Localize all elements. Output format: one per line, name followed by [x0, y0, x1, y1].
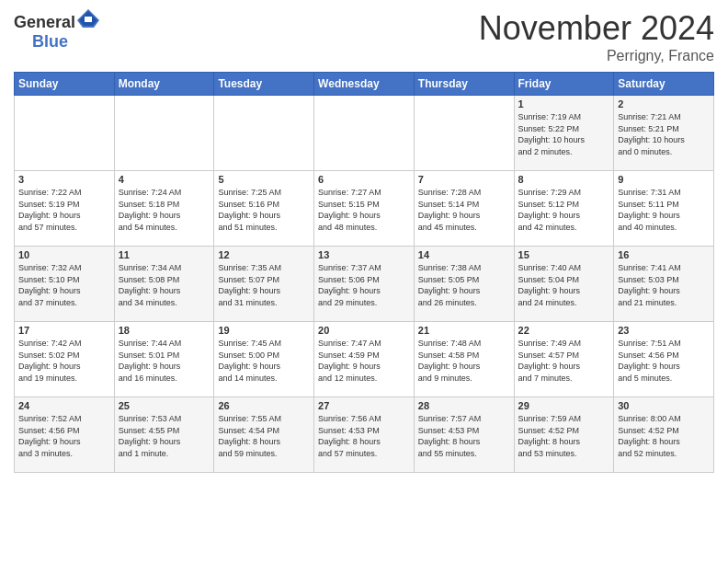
- day-info: Sunrise: 7:19 AM Sunset: 5:22 PM Dayligh…: [518, 111, 610, 157]
- day-number: 29: [518, 400, 610, 411]
- day-info: Sunrise: 7:24 AM Sunset: 5:18 PM Dayligh…: [119, 187, 210, 233]
- day-info: Sunrise: 7:38 AM Sunset: 5:05 PM Dayligh…: [418, 262, 510, 308]
- day-number: 27: [318, 400, 410, 411]
- day-info: Sunrise: 7:59 AM Sunset: 4:52 PM Dayligh…: [518, 413, 610, 459]
- day-number: 15: [518, 249, 610, 260]
- day-info: Sunrise: 7:49 AM Sunset: 4:57 PM Dayligh…: [518, 338, 610, 384]
- calendar-cell: 13Sunrise: 7:37 AM Sunset: 5:06 PM Dayli…: [314, 247, 415, 322]
- logo-text-blue: Blue: [32, 32, 68, 51]
- day-number: 1: [518, 98, 610, 109]
- calendar-cell: [314, 96, 415, 171]
- day-info: Sunrise: 8:00 AM Sunset: 4:52 PM Dayligh…: [618, 413, 710, 459]
- day-number: 14: [418, 249, 510, 260]
- calendar-cell: 23Sunrise: 7:51 AM Sunset: 4:56 PM Dayli…: [614, 322, 714, 397]
- calendar-cell: 6Sunrise: 7:27 AM Sunset: 5:15 PM Daylig…: [314, 171, 415, 247]
- week-row-5: 24Sunrise: 7:52 AM Sunset: 4:56 PM Dayli…: [15, 397, 714, 473]
- day-number: 17: [18, 325, 110, 336]
- day-info: Sunrise: 7:27 AM Sunset: 5:15 PM Dayligh…: [318, 187, 410, 233]
- calendar-cell: 17Sunrise: 7:42 AM Sunset: 5:02 PM Dayli…: [15, 322, 115, 397]
- day-number: 6: [318, 174, 410, 185]
- day-number: 13: [318, 249, 410, 260]
- calendar-cell: 20Sunrise: 7:47 AM Sunset: 4:59 PM Dayli…: [314, 322, 415, 397]
- calendar-table: Sunday Monday Tuesday Wednesday Thursday…: [14, 72, 714, 473]
- calendar-cell: [15, 96, 115, 171]
- week-row-3: 10Sunrise: 7:32 AM Sunset: 5:10 PM Dayli…: [15, 247, 714, 322]
- col-sunday: Sunday: [15, 73, 115, 96]
- calendar-cell: 27Sunrise: 7:56 AM Sunset: 4:53 PM Dayli…: [314, 397, 415, 473]
- day-number: 26: [218, 400, 310, 411]
- day-info: Sunrise: 7:37 AM Sunset: 5:06 PM Dayligh…: [318, 262, 410, 308]
- calendar-cell: 25Sunrise: 7:53 AM Sunset: 4:55 PM Dayli…: [114, 397, 214, 473]
- calendar-cell: 11Sunrise: 7:34 AM Sunset: 5:08 PM Dayli…: [114, 247, 214, 322]
- svg-marker-2: [85, 17, 92, 22]
- day-info: Sunrise: 7:34 AM Sunset: 5:08 PM Dayligh…: [119, 262, 210, 308]
- day-number: 5: [218, 174, 310, 185]
- day-number: 12: [218, 249, 310, 260]
- header-row: Sunday Monday Tuesday Wednesday Thursday…: [15, 73, 714, 96]
- calendar-cell: 29Sunrise: 7:59 AM Sunset: 4:52 PM Dayli…: [514, 397, 614, 473]
- logo: General Blue: [14, 9, 99, 52]
- day-info: Sunrise: 7:29 AM Sunset: 5:12 PM Dayligh…: [518, 187, 610, 233]
- col-thursday: Thursday: [414, 73, 514, 96]
- day-info: Sunrise: 7:41 AM Sunset: 5:03 PM Dayligh…: [618, 262, 710, 308]
- col-tuesday: Tuesday: [214, 73, 314, 96]
- day-info: Sunrise: 7:57 AM Sunset: 4:53 PM Dayligh…: [418, 413, 510, 459]
- calendar-cell: 8Sunrise: 7:29 AM Sunset: 5:12 PM Daylig…: [514, 171, 614, 247]
- calendar-cell: 4Sunrise: 7:24 AM Sunset: 5:18 PM Daylig…: [114, 171, 214, 247]
- logo-text-general: General: [14, 13, 75, 31]
- day-number: 25: [119, 400, 210, 411]
- calendar-cell: 3Sunrise: 7:22 AM Sunset: 5:19 PM Daylig…: [15, 171, 115, 247]
- day-info: Sunrise: 7:52 AM Sunset: 4:56 PM Dayligh…: [18, 413, 110, 459]
- calendar-cell: 2Sunrise: 7:21 AM Sunset: 5:21 PM Daylig…: [614, 96, 714, 171]
- day-info: Sunrise: 7:21 AM Sunset: 5:21 PM Dayligh…: [618, 111, 710, 157]
- day-info: Sunrise: 7:25 AM Sunset: 5:16 PM Dayligh…: [218, 187, 310, 233]
- col-saturday: Saturday: [614, 73, 714, 96]
- week-row-1: 1Sunrise: 7:19 AM Sunset: 5:22 PM Daylig…: [15, 96, 714, 171]
- day-number: 2: [618, 98, 710, 109]
- title-section: November 2024 Perrigny, France: [479, 9, 714, 64]
- calendar-cell: 24Sunrise: 7:52 AM Sunset: 4:56 PM Dayli…: [15, 397, 115, 473]
- calendar-cell: 19Sunrise: 7:45 AM Sunset: 5:00 PM Dayli…: [214, 322, 314, 397]
- calendar-cell: [214, 96, 314, 171]
- location: Perrigny, France: [479, 48, 714, 64]
- week-row-4: 17Sunrise: 7:42 AM Sunset: 5:02 PM Dayli…: [15, 322, 714, 397]
- day-info: Sunrise: 7:40 AM Sunset: 5:04 PM Dayligh…: [518, 262, 610, 308]
- calendar-cell: 14Sunrise: 7:38 AM Sunset: 5:05 PM Dayli…: [414, 247, 514, 322]
- day-info: Sunrise: 7:45 AM Sunset: 5:00 PM Dayligh…: [218, 338, 310, 384]
- header: General Blue November 2024 Perrigny, Fra…: [14, 9, 714, 64]
- calendar-cell: [114, 96, 214, 171]
- day-number: 22: [518, 325, 610, 336]
- calendar-cell: 15Sunrise: 7:40 AM Sunset: 5:04 PM Dayli…: [514, 247, 614, 322]
- day-number: 21: [418, 325, 510, 336]
- day-info: Sunrise: 7:55 AM Sunset: 4:54 PM Dayligh…: [218, 413, 310, 459]
- calendar-cell: 26Sunrise: 7:55 AM Sunset: 4:54 PM Dayli…: [214, 397, 314, 473]
- day-number: 23: [618, 325, 710, 336]
- day-info: Sunrise: 7:42 AM Sunset: 5:02 PM Dayligh…: [18, 338, 110, 384]
- day-number: 19: [218, 325, 310, 336]
- day-info: Sunrise: 7:48 AM Sunset: 4:58 PM Dayligh…: [418, 338, 510, 384]
- calendar-cell: 18Sunrise: 7:44 AM Sunset: 5:01 PM Dayli…: [114, 322, 214, 397]
- page-container: General Blue November 2024 Perrigny, Fra…: [0, 0, 728, 482]
- day-number: 9: [618, 174, 710, 185]
- day-info: Sunrise: 7:56 AM Sunset: 4:53 PM Dayligh…: [318, 413, 410, 459]
- calendar-cell: 22Sunrise: 7:49 AM Sunset: 4:57 PM Dayli…: [514, 322, 614, 397]
- day-info: Sunrise: 7:28 AM Sunset: 5:14 PM Dayligh…: [418, 187, 510, 233]
- day-number: 8: [518, 174, 610, 185]
- day-number: 10: [18, 249, 110, 260]
- calendar-cell: 1Sunrise: 7:19 AM Sunset: 5:22 PM Daylig…: [514, 96, 614, 171]
- col-monday: Monday: [114, 73, 214, 96]
- logo-icon: [77, 9, 99, 28]
- logo-content: General Blue: [14, 9, 99, 52]
- day-info: Sunrise: 7:51 AM Sunset: 4:56 PM Dayligh…: [618, 338, 710, 384]
- day-info: Sunrise: 7:35 AM Sunset: 5:07 PM Dayligh…: [218, 262, 310, 308]
- calendar-cell: 5Sunrise: 7:25 AM Sunset: 5:16 PM Daylig…: [214, 171, 314, 247]
- day-number: 7: [418, 174, 510, 185]
- calendar-cell: 16Sunrise: 7:41 AM Sunset: 5:03 PM Dayli…: [614, 247, 714, 322]
- day-info: Sunrise: 7:32 AM Sunset: 5:10 PM Dayligh…: [18, 262, 110, 308]
- day-info: Sunrise: 7:53 AM Sunset: 4:55 PM Dayligh…: [119, 413, 210, 459]
- calendar-cell: 21Sunrise: 7:48 AM Sunset: 4:58 PM Dayli…: [414, 322, 514, 397]
- day-number: 16: [618, 249, 710, 260]
- col-wednesday: Wednesday: [314, 73, 415, 96]
- calendar-cell: 7Sunrise: 7:28 AM Sunset: 5:14 PM Daylig…: [414, 171, 514, 247]
- day-number: 30: [618, 400, 710, 411]
